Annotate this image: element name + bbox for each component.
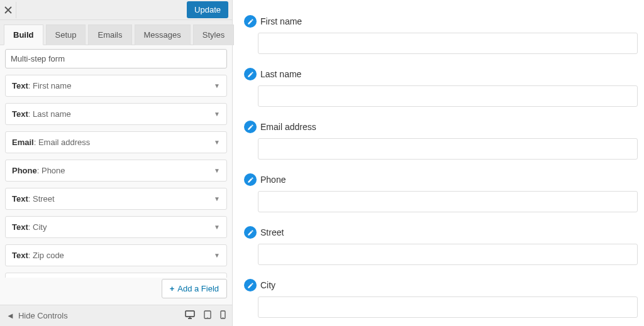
hide-controls-button[interactable]: ◄ Hide Controls (6, 311, 68, 320)
preview-label: Phone (244, 173, 638, 186)
preview-label-text: Email address (260, 122, 316, 132)
tabs: BuildSetupEmailsMessagesStyles (0, 20, 232, 45)
tab-build[interactable]: Build (4, 24, 43, 45)
field-row-text: Phone: Phone (12, 166, 65, 175)
svg-point-2 (207, 317, 208, 318)
left-panel: Update BuildSetupEmailsMessagesStyles Te… (0, 0, 233, 326)
tab-setup[interactable]: Setup (46, 24, 86, 45)
preview-label-text: City (260, 280, 275, 290)
add-field-button[interactable]: + Add a Field (162, 279, 227, 298)
preview-label: First name (244, 15, 638, 28)
preview-label: Email address (244, 121, 638, 133)
field-row-text: Text: Street (12, 194, 55, 204)
form-title-input[interactable] (5, 49, 227, 68)
field-row-text: Text: Last name (12, 109, 71, 119)
field-row[interactable]: Text: First name▼ (5, 75, 227, 97)
plus-icon: + (170, 284, 175, 293)
preview-label-text: First name (260, 16, 302, 26)
field-row[interactable]: Dropdown: How did you hear about us?▼ (5, 273, 227, 278)
preview-input[interactable] (258, 85, 638, 107)
field-row[interactable]: Text: Street▼ (5, 188, 227, 210)
tab-messages[interactable]: Messages (135, 24, 191, 45)
preview-input[interactable] (258, 33, 638, 54)
field-row-text: Email: Email address (12, 138, 90, 147)
field-row[interactable]: Text: Zip code▼ (5, 244, 227, 266)
edit-field-button[interactable] (244, 226, 257, 239)
field-row-text: Text: First name (12, 81, 71, 90)
preview-label-text: Phone (260, 175, 286, 185)
caret-down-icon: ▼ (214, 195, 220, 202)
preview-field: Street (244, 226, 638, 265)
tab-styles[interactable]: Styles (193, 24, 234, 45)
preview-input[interactable] (258, 296, 638, 318)
hide-controls-label: Hide Controls (18, 311, 68, 320)
tablet-icon[interactable] (204, 310, 211, 321)
preview-label-text: Street (260, 227, 284, 237)
preview-input[interactable] (258, 191, 638, 212)
edit-field-button[interactable] (244, 68, 257, 80)
bottombar: ◄ Hide Controls (0, 305, 232, 326)
field-row[interactable]: Email: Email address▼ (5, 131, 227, 153)
field-row-text: Text: City (12, 222, 47, 232)
mobile-icon[interactable] (220, 310, 226, 321)
edit-field-button[interactable] (244, 15, 257, 28)
preview-field: First name (244, 15, 638, 54)
field-row[interactable]: Phone: Phone▼ (5, 160, 227, 182)
preview-label: Street (244, 226, 638, 239)
caret-down-icon: ▼ (214, 82, 220, 89)
caret-down-icon: ▼ (214, 111, 220, 117)
preview-label: Last name (244, 68, 638, 80)
device-toggle (185, 310, 226, 321)
preview-label-text: Last name (260, 69, 301, 79)
preview-field: Email address (244, 121, 638, 160)
add-field-area: + Add a Field (0, 278, 232, 305)
edit-field-button[interactable] (244, 173, 257, 186)
close-button[interactable] (0, 2, 16, 18)
preview-input[interactable] (258, 138, 638, 160)
caret-down-icon: ▼ (214, 224, 220, 231)
svg-rect-0 (186, 311, 194, 317)
caret-down-icon: ▼ (214, 252, 220, 259)
add-field-label: Add a Field (177, 284, 219, 293)
fields-area: Text: First name▼Text: Last name▼Email: … (0, 45, 232, 278)
preview-panel: First nameLast nameEmail addressPhoneStr… (233, 0, 644, 326)
edit-field-button[interactable] (244, 279, 257, 291)
update-button[interactable]: Update (187, 1, 228, 18)
svg-point-4 (223, 317, 223, 318)
close-icon (4, 6, 12, 14)
field-row[interactable]: Text: City▼ (5, 216, 227, 238)
topbar: Update (0, 0, 232, 20)
field-row[interactable]: Text: Last name▼ (5, 103, 227, 125)
preview-field: Last name (244, 68, 638, 107)
preview-label: City (244, 279, 638, 291)
caret-down-icon: ▼ (214, 167, 220, 174)
caret-left-icon: ◄ (6, 311, 14, 320)
tab-emails[interactable]: Emails (88, 24, 131, 45)
preview-input[interactable] (258, 244, 638, 265)
preview-field: Phone (244, 173, 638, 212)
caret-down-icon: ▼ (214, 139, 220, 146)
preview-field: City (244, 279, 638, 318)
edit-field-button[interactable] (244, 121, 257, 133)
desktop-icon[interactable] (185, 310, 195, 321)
field-row-text: Text: Zip code (12, 251, 64, 260)
